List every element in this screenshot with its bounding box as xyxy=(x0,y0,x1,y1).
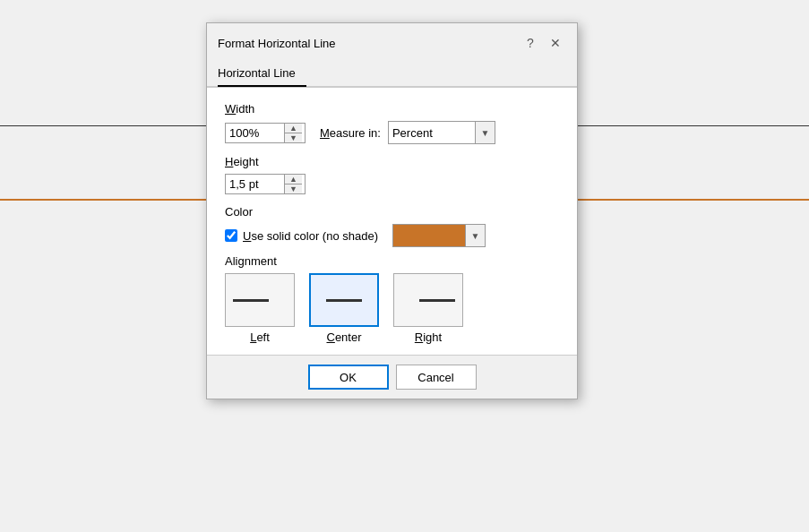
align-label-center: Center xyxy=(326,330,361,344)
dialog-content: Width ▲ ▼ Measure in: Percent Pixels ▼ xyxy=(207,87,577,355)
solid-color-checkbox[interactable] xyxy=(225,229,237,242)
format-horizontal-line-dialog: Format Horizontal Line ? ✕ Horizontal Li… xyxy=(206,22,578,399)
title-bar-controls: ? ✕ xyxy=(520,32,566,54)
solid-color-label: Use solid color (no shade) xyxy=(243,229,378,243)
color-dropdown-arrow-icon[interactable]: ▼ xyxy=(465,225,485,246)
height-increment-button[interactable]: ▲ xyxy=(285,175,302,184)
ok-button[interactable]: OK xyxy=(308,365,389,390)
align-label-left: Left xyxy=(250,330,270,344)
tab-horizontal-line[interactable]: Horizontal Line xyxy=(218,61,306,87)
width-decrement-button[interactable]: ▼ xyxy=(285,133,302,142)
cancel-button[interactable]: Cancel xyxy=(396,365,477,390)
measure-in-select[interactable]: Percent Pixels xyxy=(389,124,495,142)
help-button[interactable]: ? xyxy=(520,32,541,54)
height-spinner-buttons: ▲ ▼ xyxy=(284,175,302,193)
height-input[interactable] xyxy=(226,175,284,193)
width-increment-button[interactable]: ▲ xyxy=(285,124,302,133)
dialog-title: Format Horizontal Line xyxy=(218,37,336,50)
align-line-center xyxy=(326,299,362,302)
color-swatch-wrapper[interactable]: ▼ xyxy=(392,224,486,247)
align-box-center xyxy=(309,273,379,327)
alignment-label: Alignment xyxy=(225,254,559,268)
title-bar: Format Horizontal Line ? ✕ xyxy=(207,23,577,61)
measure-in-label: Measure in: xyxy=(320,126,381,140)
align-box-right xyxy=(393,273,463,327)
color-row: Use solid color (no shade) ▼ xyxy=(225,224,559,247)
solid-color-checkbox-label[interactable]: Use solid color (no shade) xyxy=(225,229,378,243)
width-spinner: ▲ ▼ xyxy=(225,123,306,143)
color-label: Color xyxy=(225,205,559,219)
dialog-footer: OK Cancel xyxy=(207,355,577,399)
measure-in-select-wrapper[interactable]: Percent Pixels ▼ xyxy=(388,121,495,144)
close-button[interactable]: ✕ xyxy=(545,32,566,54)
height-decrement-button[interactable]: ▼ xyxy=(285,184,302,193)
height-row: ▲ ▼ xyxy=(225,174,559,194)
alignment-options: Left Center Right xyxy=(225,273,559,344)
width-label: Width xyxy=(225,102,559,116)
align-box-left xyxy=(225,273,295,327)
align-option-left[interactable]: Left xyxy=(225,273,295,344)
align-option-right[interactable]: Right xyxy=(393,273,463,344)
width-row: ▲ ▼ Measure in: Percent Pixels ▼ xyxy=(225,121,559,144)
align-label-right: Right xyxy=(415,330,442,344)
width-input[interactable] xyxy=(226,124,284,142)
alignment-section: Alignment Left Center xyxy=(225,254,559,344)
color-swatch xyxy=(393,225,465,246)
width-spinner-buttons: ▲ ▼ xyxy=(284,124,302,142)
tab-bar: Horizontal Line xyxy=(207,61,577,87)
align-line-right xyxy=(419,299,455,302)
height-label: Height xyxy=(225,155,559,168)
align-line-left xyxy=(233,299,269,302)
height-spinner: ▲ ▼ xyxy=(225,174,306,194)
align-option-center[interactable]: Center xyxy=(309,273,379,344)
